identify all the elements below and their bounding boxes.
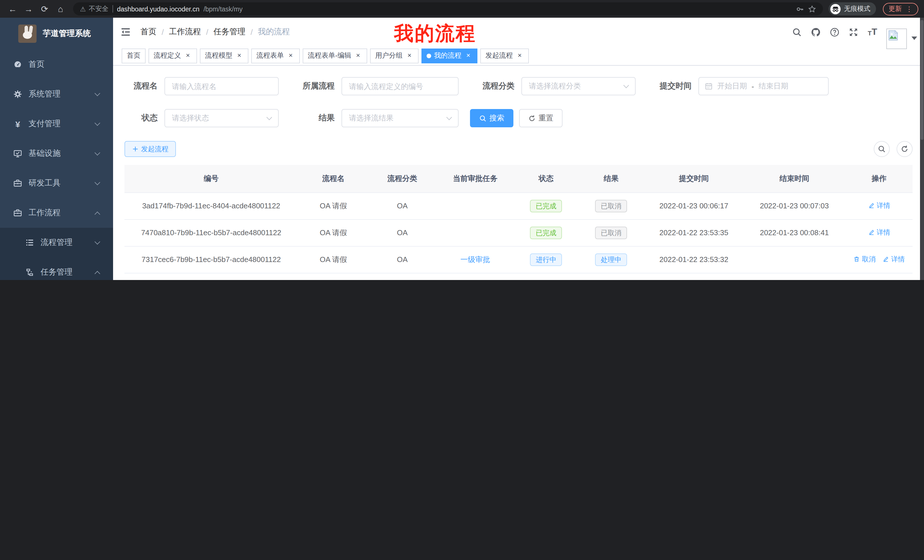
sidebar-item[interactable]: 基础设施 [0,139,113,168]
filter-result-label: 结果 [290,113,342,123]
github-icon[interactable] [811,27,821,37]
security-warning[interactable]: ⚠ 不安全 [80,4,108,13]
result-badge: 处理中 [595,253,627,266]
app-logo[interactable]: 芋道管理系统 [0,18,113,49]
table-header-row: 编号流程名流程分类当前审批任务状态结果提交时间结束时间操作 [124,165,913,192]
breadcrumb-home[interactable]: 首页 [141,27,156,37]
close-icon[interactable]: × [184,52,192,60]
search-button[interactable]: 搜索 [470,109,513,127]
fullscreen-icon[interactable] [849,27,859,37]
sidebar-collapse-icon[interactable] [120,26,131,38]
chevron-up-icon [94,211,100,217]
close-icon[interactable]: × [286,52,295,60]
cell-status: 已完成 [514,273,578,280]
plus-icon [132,145,139,153]
column-header: 结果 [578,165,645,192]
yen-icon: ¥ [13,119,22,129]
start-process-button[interactable]: 发起流程 [124,141,176,157]
table-row: 2152467e-7b9b-11ec-9a1b-acde48001122OA 请… [124,273,913,280]
cell-end-time: 2022-01-22 23:51:20 [743,273,846,280]
sidebar-item-label: 工作流程 [28,208,60,218]
cell-result: 处理中 [578,246,645,273]
header-search-icon[interactable] [792,27,802,37]
submit-time-range-picker[interactable]: 开始日期 - 结束日期 [698,77,829,95]
cell-status: 已完成 [514,219,578,246]
table-row: 7470a810-7b9b-11ec-b5b7-acde48001122OA 请… [124,219,913,246]
incognito-label: 无痕模式 [844,4,870,13]
close-icon[interactable]: × [464,52,472,60]
cancel-link[interactable]: 取消 [854,255,876,264]
breadcrumb-task[interactable]: 任务管理 [214,27,246,37]
detail-link[interactable]: 详情 [868,228,890,238]
chevron-down-icon [94,90,100,96]
tab-item[interactable]: 首页 [122,48,146,63]
tab-item[interactable]: 流程定义× [148,48,197,63]
sidebar-item[interactable]: 首页 [0,49,113,79]
url-host: dashboard.yudao.iocoder.cn [117,5,200,12]
sidebar-item-label: 首页 [28,59,45,70]
cell-status: 进行中 [514,246,578,273]
sidebar-item[interactable]: 系统管理 [0,79,113,109]
page-scrollbar[interactable] [920,18,924,280]
process-name-input[interactable] [165,77,279,95]
browser-update-button[interactable]: 更新 ⋮ [883,3,918,15]
chevron-down-icon [623,82,629,88]
close-icon[interactable]: × [516,52,524,60]
close-icon[interactable]: × [405,52,414,60]
browser-menu-icon[interactable]: ⋮ [906,5,913,13]
bookmark-star-icon[interactable] [808,5,816,13]
user-menu-caret-icon[interactable] [911,36,917,40]
cell-submit-time: 2022-01-22 23:51:15 [645,273,743,280]
detail-link[interactable]: 详情 [868,201,890,211]
browser-back-icon[interactable]: ← [6,2,20,16]
close-icon[interactable]: × [235,52,243,60]
refresh-list-button[interactable] [897,141,913,157]
breadcrumb-current: 我的流程 [258,27,290,37]
sidebar-item-label: 系统管理 [28,89,60,99]
cell-process-name: OA 请假 [298,219,369,246]
status-select[interactable]: 请选择状态 [165,109,279,127]
breadcrumb-workflow[interactable]: 工作流程 [169,27,201,37]
tab-item[interactable]: 用户分组× [370,48,418,63]
reset-button[interactable]: 重置 [519,109,562,127]
column-header: 当前审批任务 [436,165,514,192]
cell-result: 通过 [578,273,645,280]
browser-reload-icon[interactable]: ⟳ [38,2,51,16]
key-icon[interactable] [796,5,804,13]
sidebar-item[interactable]: ¥支付管理 [0,109,113,139]
column-header: 流程分类 [369,165,436,192]
monitor-icon [13,149,22,158]
tab-item[interactable]: 发起流程× [480,48,529,63]
tab-item[interactable]: 流程表单-编辑× [303,48,367,63]
tab-item[interactable]: 流程模型× [200,48,248,63]
sidebar-item[interactable]: 工作流程 [0,198,113,228]
column-header: 提交时间 [645,165,743,192]
current-task-link[interactable]: 一级审批 [460,255,490,264]
cell-result: 已取消 [578,219,645,246]
chevron-down-icon [94,120,100,126]
top-navbar: 首页 / 工作流程 / 任务管理 / 我的流程 TT [113,18,924,46]
show-search-button[interactable] [874,141,890,157]
column-header: 流程名 [298,165,369,192]
help-icon[interactable] [830,27,840,37]
process-definition-input[interactable] [342,77,459,95]
avatar[interactable] [886,28,907,49]
browser-home-icon[interactable]: ⌂ [54,2,68,16]
category-select[interactable]: 请选择流程分类 [521,77,636,95]
tab-active[interactable]: 我的流程× [422,48,477,63]
sidebar-item[interactable]: 研发工具 [0,168,113,198]
close-icon[interactable]: × [354,52,362,60]
annotation: 我的流程 [394,21,476,47]
table-row: 3ad174fb-7b9d-11ec-8404-acde48001122OA 请… [124,192,913,219]
sidebar-item[interactable]: 流程管理 [0,228,113,258]
font-size-icon[interactable]: TT [868,27,877,36]
scrollbar-thumb[interactable] [921,20,923,140]
detail-link[interactable]: 详情 [883,255,905,264]
status-badge: 已完成 [530,226,562,239]
browser-forward-icon[interactable]: → [22,2,35,16]
tab-item[interactable]: 流程表单× [251,48,300,63]
address-bar[interactable]: ⚠ 不安全 dashboard.yudao.iocoder.cn /bpm/ta… [73,2,823,15]
result-select[interactable]: 请选择流结果 [342,109,459,127]
delete-icon [854,256,860,263]
sidebar-item[interactable]: 任务管理 [0,258,113,280]
